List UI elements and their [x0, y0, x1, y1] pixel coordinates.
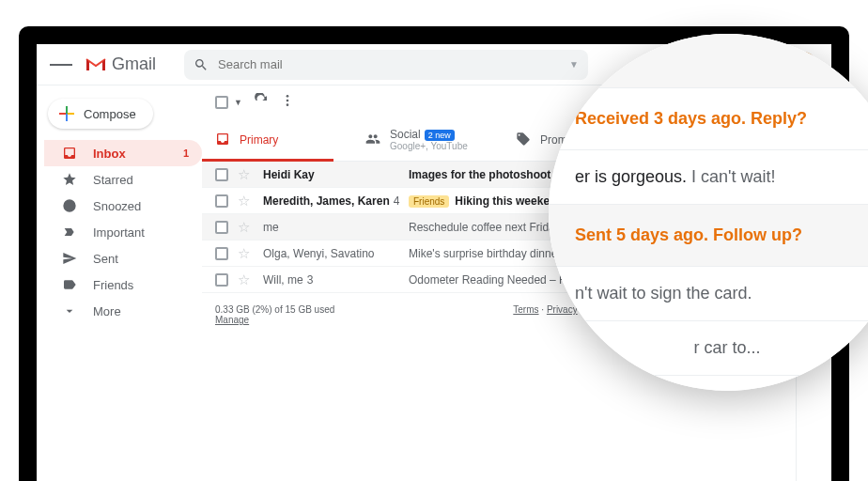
select-all-checkbox[interactable]: [215, 96, 228, 109]
sidebar-item-label: More: [93, 304, 121, 318]
sidebar-item-label: Starred: [93, 173, 133, 187]
search-icon: [194, 57, 209, 72]
tab-primary[interactable]: Primary: [202, 119, 352, 161]
search-bar[interactable]: ▼: [184, 50, 588, 80]
row-checkbox[interactable]: [215, 247, 228, 260]
star-icon[interactable]: ☆: [238, 193, 250, 209]
tab-social-chip: 2 new: [425, 130, 455, 141]
storage-text: 0.33 GB (2%) of 15 GB used: [215, 304, 334, 315]
manage-storage-link[interactable]: Manage: [215, 315, 334, 325]
nudge-followup: Sent 5 days ago. Follow up?: [549, 205, 868, 267]
tab-social-sub: Google+, YouTube: [390, 141, 468, 151]
sidebar-item-sent[interactable]: Sent: [44, 245, 202, 272]
email-from: me: [263, 221, 409, 234]
star-icon[interactable]: ☆: [238, 245, 250, 262]
sidebar-item-label: Important: [93, 225, 145, 240]
sidebar-item-badge: 1: [183, 147, 189, 159]
inbox-tab-icon: [215, 132, 230, 149]
star-icon[interactable]: ☆: [238, 272, 250, 288]
inbox-icon: [61, 146, 78, 161]
app-name: Gmail: [112, 54, 156, 74]
sidebar-item-label: Inbox: [93, 147, 126, 161]
sidebar: Compose Inbox 1 Starred Snoozed: [37, 85, 202, 481]
send-icon: [61, 251, 78, 266]
sidebar-item-label: Snoozed: [93, 199, 141, 213]
row-checkbox[interactable]: [215, 194, 228, 208]
star-icon[interactable]: ☆: [238, 219, 250, 236]
hamburger-menu-icon[interactable]: [50, 62, 72, 68]
sidebar-item-snoozed[interactable]: Snoozed: [44, 193, 202, 219]
search-options-caret-icon[interactable]: ▼: [569, 59, 579, 70]
email-from: Will, me3: [263, 273, 409, 287]
important-icon: [61, 225, 78, 240]
tab-label: Primary: [240, 133, 278, 147]
svg-point-2: [287, 103, 289, 106]
plus-icon: [59, 106, 74, 121]
sidebar-item-label: Friends: [93, 278, 133, 292]
refresh-icon[interactable]: [254, 93, 269, 112]
mag-row: er is gorgeous. I can't wait!: [549, 150, 868, 205]
tab-social[interactable]: Social2 new Google+, YouTube: [352, 119, 503, 161]
row-checkbox[interactable]: [215, 221, 228, 234]
app-logo[interactable]: Gmail: [85, 54, 156, 74]
terms-link[interactable]: Terms: [513, 304, 538, 315]
compose-label: Compose: [84, 107, 136, 121]
more-vert-icon[interactable]: [280, 93, 295, 112]
email-from: Meredith, James, Karen4: [263, 194, 409, 208]
svg-point-1: [287, 100, 289, 102]
row-checkbox[interactable]: [215, 168, 228, 181]
svg-point-0: [287, 95, 289, 98]
privacy-link[interactable]: Privacy: [547, 304, 578, 315]
search-input[interactable]: [218, 57, 569, 71]
people-icon: [365, 132, 380, 149]
row-checkbox[interactable]: [215, 273, 228, 287]
gmail-icon: [85, 57, 106, 72]
compose-button[interactable]: Compose: [48, 99, 153, 129]
email-from: Heidi Kay: [263, 168, 409, 181]
mag-row: n't wait to sign the card.: [549, 267, 868, 321]
star-icon: [61, 172, 78, 187]
label-icon: [61, 277, 78, 292]
sidebar-item-more[interactable]: More: [44, 298, 202, 324]
clock-icon: [61, 198, 78, 213]
chevron-down-icon: [61, 303, 78, 318]
email-label: Friends: [409, 195, 449, 208]
sidebar-item-important[interactable]: Important: [44, 219, 202, 245]
tag-icon: [516, 132, 531, 149]
nudge-reply: Received 3 days ago. Reply?: [549, 88, 868, 150]
sidebar-item-friends[interactable]: Friends: [44, 272, 202, 298]
select-caret-icon[interactable]: ▼: [234, 98, 242, 107]
tab-label: Social: [390, 128, 421, 141]
sidebar-item-inbox[interactable]: Inbox 1: [44, 140, 202, 166]
email-from: Olga, Wenyi, Savatino: [263, 247, 409, 260]
sidebar-item-starred[interactable]: Starred: [44, 166, 202, 193]
sidebar-item-label: Sent: [93, 252, 118, 266]
star-icon[interactable]: ☆: [238, 166, 250, 183]
